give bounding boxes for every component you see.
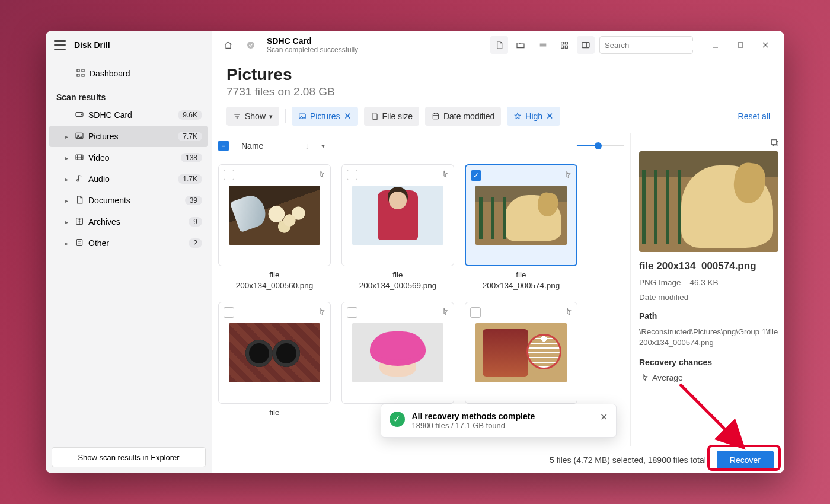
filter-chip-pictures[interactable]: Pictures ✕: [292, 107, 358, 126]
detail-pane: file 200x134_000574.png PNG Image – 46.3…: [630, 133, 784, 446]
sort-arrow-icon[interactable]: ↓: [305, 141, 309, 151]
chevron-right-icon: ▸: [62, 197, 71, 204]
content-row: – Name ↓ ▾ file200x134_000560.png: [212, 133, 784, 446]
svg-rect-21: [433, 114, 438, 119]
sidebar-item-archives[interactable]: ▸ Archives 9: [49, 211, 208, 232]
file-checkbox[interactable]: [224, 170, 234, 180]
filter-chip-filesize[interactable]: File size: [364, 107, 419, 126]
footer: 5 files (4.72 MB) selected, 18900 files …: [212, 446, 784, 473]
image-icon: [73, 131, 86, 142]
sidebar-item-label: Archives: [88, 217, 189, 227]
file-card[interactable]: file: [341, 302, 454, 418]
sidebar-item-badge: 9: [189, 217, 202, 227]
file-checkbox[interactable]: [470, 307, 481, 318]
toast-close-icon[interactable]: ✕: [600, 412, 608, 423]
thumbnail-size-slider[interactable]: [577, 145, 624, 146]
popout-icon[interactable]: [770, 138, 780, 149]
app-window: Disk Drill Dashboard Scan results SDHC C…: [46, 31, 784, 473]
detail-path-label: Path: [639, 311, 778, 321]
drive-icon: [73, 110, 86, 121]
other-icon: [73, 238, 86, 249]
sidebar: Disk Drill Dashboard Scan results SDHC C…: [46, 31, 212, 473]
divider: [285, 109, 286, 123]
breadcrumb-title: SDHC Card: [267, 36, 358, 46]
page-subtitle: 7731 files on 2.08 GB: [226, 85, 770, 98]
file-checkbox[interactable]: [347, 170, 357, 180]
sidebar-item-dashboard[interactable]: Dashboard: [49, 63, 208, 84]
search-input[interactable]: [605, 41, 704, 50]
star-half-icon: [439, 307, 449, 319]
preview-image: [639, 151, 778, 252]
chevron-right-icon: ▸: [62, 219, 71, 225]
sidebar-item-other[interactable]: ▸ Other 2: [49, 232, 208, 254]
window-controls: [704, 36, 777, 54]
sidebar-item-label: Video: [88, 153, 181, 162]
svg-rect-13: [561, 42, 564, 44]
file-card[interactable]: file200x134_000569.png: [341, 164, 454, 291]
sidebar-item-label: Pictures: [88, 132, 178, 141]
file-card[interactable]: file: [465, 302, 577, 418]
sidebar-item-sdhc-card[interactable]: SDHC Card 9.6K: [49, 104, 208, 126]
layout-list-button[interactable]: [534, 36, 552, 54]
filter-bar: Show ▾ Pictures ✕ File size Date modifie…: [212, 102, 784, 133]
thumbnail-image: [475, 186, 567, 245]
detail-filename: file 200x134_000574.png: [639, 260, 778, 272]
recover-button[interactable]: Recover: [717, 451, 774, 470]
file-card[interactable]: file200x134_000560.png: [218, 164, 331, 291]
sidebar-footer: Show scan results in Explorer: [46, 441, 212, 473]
chip-remove-icon[interactable]: ✕: [344, 111, 352, 122]
hamburger-icon[interactable]: [54, 40, 66, 50]
svg-rect-3: [82, 74, 84, 76]
close-button[interactable]: [754, 36, 777, 54]
archive-icon: [73, 216, 86, 228]
home-button[interactable]: [219, 36, 237, 54]
chip-remove-icon[interactable]: ✕: [546, 111, 554, 122]
chevron-right-icon: ▸: [62, 240, 71, 247]
doc-icon: [73, 195, 86, 206]
file-checkbox[interactable]: [347, 307, 357, 318]
file-checkbox[interactable]: [224, 307, 234, 318]
view-folder-button[interactable]: [512, 36, 529, 54]
breadcrumb: SDHC Card Scan completed successfully: [267, 36, 358, 54]
reset-all-link[interactable]: Reset all: [738, 111, 770, 121]
main-pane: SDHC Card Scan completed successfully: [212, 31, 784, 473]
filter-chip-date[interactable]: Date modified: [425, 107, 501, 126]
view-file-button[interactable]: [490, 36, 508, 54]
footer-status: 5 files (4.72 MB) selected, 18900 files …: [550, 455, 706, 465]
master-checkbox[interactable]: –: [218, 141, 229, 151]
sidebar-item-label: SDHC Card: [88, 110, 178, 120]
layout-grid-button[interactable]: [556, 36, 573, 54]
thumbnail-image: [229, 186, 320, 245]
file-card[interactable]: file: [218, 302, 331, 418]
toast-scan-complete: ✓ All recovery methods complete 18900 fi…: [381, 404, 617, 438]
column-more-menu[interactable]: ▾: [321, 142, 325, 150]
layout-split-button[interactable]: [577, 36, 595, 54]
svg-rect-14: [565, 42, 567, 44]
filter-chip-high[interactable]: High ✕: [507, 107, 560, 126]
minimize-button[interactable]: [704, 36, 727, 54]
sidebar-item-video[interactable]: ▸ Video 138: [49, 147, 208, 168]
file-checkbox[interactable]: ✓: [471, 170, 481, 181]
thumbnail-grid[interactable]: file200x134_000560.png file200x134_00056…: [212, 158, 630, 446]
sidebar-top: Disk Drill: [46, 31, 212, 59]
sidebar-item-audio[interactable]: ▸ Audio 1.7K: [49, 168, 208, 190]
file-card[interactable]: ✓ file200x134_000574.png: [465, 164, 577, 291]
sidebar-item-pictures[interactable]: ▸ Pictures 7.7K: [49, 126, 208, 147]
thumbnail-image: [352, 323, 443, 382]
view-mode-group: [490, 36, 529, 54]
sidebar-item-badge: 2: [189, 238, 202, 248]
star-half-icon: [563, 307, 572, 319]
search-box[interactable]: [599, 36, 693, 54]
sidebar-item-documents[interactable]: ▸ Documents 39: [49, 190, 208, 211]
video-icon: [73, 152, 86, 164]
detail-chances-value: Average: [652, 373, 683, 382]
maximize-button[interactable]: [729, 36, 752, 54]
svg-rect-11: [76, 239, 82, 245]
svg-rect-16: [565, 46, 567, 48]
chip-label: Pictures: [310, 111, 340, 121]
column-name[interactable]: Name: [241, 141, 263, 151]
show-dropdown[interactable]: Show ▾: [226, 107, 279, 126]
calendar-icon: [432, 112, 440, 120]
page-title: Pictures: [226, 65, 770, 84]
show-in-explorer-button[interactable]: Show scan results in Explorer: [52, 447, 206, 467]
